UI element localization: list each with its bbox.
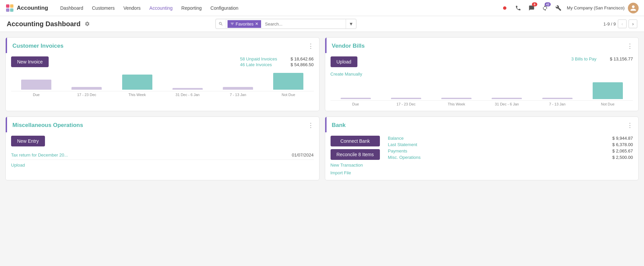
- prev-page-button[interactable]: ‹: [618, 19, 627, 28]
- customer-invoices-actions: New Invoice 58 Unpaid Invoices $ 18,642.…: [11, 56, 314, 67]
- vb-label-17dec: 17 - 23 Dec: [381, 102, 431, 106]
- customer-invoices-header: Customer Invoices ⋮: [6, 38, 319, 53]
- label-7jan: 7 - 13 Jan: [213, 93, 263, 97]
- vendor-bills-title: Vendor Bills: [332, 43, 365, 49]
- bar-col-17dec: [61, 71, 112, 90]
- filter-remove-button[interactable]: ✕: [255, 21, 258, 26]
- nav-vendors[interactable]: Vendors: [119, 3, 145, 13]
- vb-bar-thisweek: [441, 98, 472, 99]
- nav-configuration[interactable]: Configuration: [206, 3, 242, 13]
- search-input[interactable]: [262, 19, 346, 29]
- misc-operations-header: Miscellaneous Operations ⋮: [6, 117, 319, 132]
- vb-bar-col-notdue: [583, 81, 633, 99]
- vb-label-notdue: Not Due: [583, 102, 633, 106]
- vb-label-31dec: 31 Dec - 6 Jan: [482, 102, 532, 106]
- unpaid-invoices-amount: $ 18,642.66: [291, 56, 314, 61]
- update-icon-btn[interactable]: 42: [540, 3, 550, 13]
- nav-right: 6 42 My Company (San Francisco): [500, 3, 639, 13]
- payments-label[interactable]: Payments: [388, 148, 407, 153]
- nav-customers[interactable]: Customers: [88, 3, 119, 13]
- customer-invoices-card: Customer Invoices ⋮ New Invoice 58 Unpai…: [5, 37, 319, 111]
- misc-upload-link[interactable]: Upload: [11, 163, 314, 168]
- label-31dec: 31 Dec - 6 Jan: [162, 93, 213, 97]
- vendor-bills-stats: 3 Bills to Pay $ 13,156.77: [571, 56, 633, 61]
- phone-icon: [515, 5, 521, 11]
- wrench-icon: [555, 5, 561, 11]
- next-page-button[interactable]: ›: [629, 19, 637, 28]
- create-manually-link[interactable]: Create Manually: [331, 72, 362, 77]
- misc-ops-value: $ 2,500.00: [612, 155, 633, 160]
- bar-thisweek: [122, 75, 152, 90]
- phone-icon-btn[interactable]: [513, 3, 523, 13]
- svg-rect-3: [10, 8, 13, 12]
- misc-operations-menu-button[interactable]: ⋮: [308, 122, 314, 129]
- bills-to-pay-link[interactable]: 3 Bills to Pay: [571, 56, 596, 61]
- pagination-text: 1-9 / 9: [603, 21, 616, 27]
- nav-dashboard[interactable]: Dashboard: [56, 3, 88, 13]
- misc-operations-actions: New Entry: [11, 136, 314, 146]
- reconcile-button[interactable]: Reconcile 8 Items: [331, 149, 380, 160]
- toolbar: Accounting Dashboard Favorites ✕ ▼ 1-9 /…: [0, 16, 644, 32]
- vb-label-thisweek: This Week: [431, 102, 482, 106]
- vb-bar-31dec: [492, 98, 522, 99]
- import-file-link[interactable]: Import File: [331, 170, 380, 175]
- last-statement-value: $ 6,378.00: [612, 142, 633, 147]
- late-invoices-amount: $ 54,866.50: [291, 62, 314, 67]
- misc-ops-label[interactable]: Misc. Operations: [388, 155, 421, 160]
- vendor-bills-chart-labels: Due 17 - 23 Dec This Week 31 Dec - 6 Jan…: [331, 102, 633, 106]
- late-invoices-link[interactable]: 46 Late Invoices: [240, 62, 272, 67]
- settings-icon-btn[interactable]: [553, 3, 563, 13]
- record-button[interactable]: [500, 3, 510, 13]
- label-thisweek: This Week: [112, 93, 162, 97]
- pagination: 1-9 / 9 ‹ ›: [603, 19, 637, 28]
- gear-icon: [85, 21, 90, 27]
- unpaid-invoices-link[interactable]: 58 Unpaid Invoices: [240, 56, 277, 61]
- customer-invoices-stats: 58 Unpaid Invoices $ 18,642.66 46 Late I…: [240, 56, 313, 67]
- label-notdue: Not Due: [263, 93, 313, 97]
- new-invoice-button[interactable]: New Invoice: [11, 56, 49, 67]
- bar-col-notdue: [263, 71, 313, 90]
- vb-bar-due: [341, 98, 371, 99]
- label-17dec: 17 - 23 Dec: [61, 93, 112, 97]
- user-avatar[interactable]: [628, 3, 639, 13]
- chat-icon-btn[interactable]: 6: [527, 3, 537, 13]
- page-title: Accounting Dashboard: [7, 20, 81, 28]
- last-statement-label[interactable]: Last Statement: [388, 142, 417, 147]
- chat-badge: 6: [532, 2, 537, 6]
- nav-reporting[interactable]: Reporting: [177, 3, 206, 13]
- vendor-bills-actions: Upload 3 Bills to Pay $ 13,156.77: [331, 56, 633, 67]
- search-dropdown-button[interactable]: ▼: [346, 19, 356, 29]
- payments-value: $ 2,065.67: [612, 148, 633, 153]
- balance-value: $ 9,944.87: [612, 136, 633, 141]
- filter-tag: Favorites ✕: [228, 20, 261, 28]
- app-logo[interactable]: Accounting: [5, 4, 52, 12]
- last-statement-row: Last Statement $ 6,378.00: [388, 142, 633, 147]
- vendor-bills-menu-button[interactable]: ⋮: [627, 42, 633, 50]
- misc-entry-name[interactable]: Tax return for December 20...: [11, 152, 288, 158]
- nav-accounting[interactable]: Accounting: [145, 3, 177, 13]
- customer-invoices-menu-button[interactable]: ⋮: [308, 42, 314, 50]
- company-name: My Company (San Francisco): [567, 5, 625, 10]
- label-due: Due: [11, 93, 61, 97]
- upload-button[interactable]: Upload: [331, 56, 357, 67]
- connect-bank-button[interactable]: Connect Bank: [331, 136, 380, 146]
- misc-entry-row: Tax return for December 20... 01/07/2024: [11, 150, 314, 160]
- customer-invoices-body: New Invoice 58 Unpaid Invoices $ 18,642.…: [6, 53, 319, 101]
- filter-icon: [230, 22, 234, 26]
- new-entry-button[interactable]: New Entry: [11, 136, 45, 146]
- bar-due: [21, 80, 51, 90]
- vendor-bills-header: Vendor Bills ⋮: [325, 38, 639, 53]
- vb-bar-col-thisweek: [431, 81, 482, 99]
- top-navigation: Accounting Dashboard Customers Vendors A…: [0, 0, 644, 16]
- vb-bar-notdue: [593, 82, 623, 99]
- vendor-bills-card: Vendor Bills ⋮ Upload 3 Bills to Pay $ 1…: [325, 37, 639, 111]
- misc-entry-date: 01/07/2024: [292, 152, 313, 158]
- balance-row: Balance $ 9,944.87: [388, 136, 633, 141]
- vb-bar-col-17dec: [381, 81, 431, 99]
- bank-menu-button[interactable]: ⋮: [627, 122, 633, 129]
- vb-bar-col-7jan: [532, 81, 583, 99]
- settings-gear-button[interactable]: [85, 21, 90, 27]
- balance-label[interactable]: Balance: [388, 136, 404, 141]
- new-transaction-link[interactable]: New Transaction: [331, 163, 380, 168]
- vb-label-due: Due: [331, 102, 381, 106]
